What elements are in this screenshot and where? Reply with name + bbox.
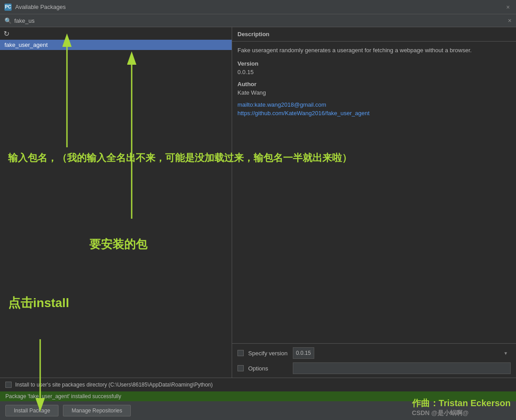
author-label: Author [237, 81, 511, 87]
left-panel: ↻ fake_user_agent [0, 27, 232, 378]
email-link[interactable]: mailto:kate.wang2018@gmail.com [237, 101, 511, 108]
search-bar: 🔍 × [0, 14, 516, 27]
package-list: fake_user_agent [0, 40, 232, 378]
github-link[interactable]: https://github.com/KateWang2016/fake_use… [237, 110, 511, 116]
package-item[interactable]: fake_user_agent [0, 40, 232, 50]
status-bar: Package 'fake_user_agent' installed succ… [0, 391, 516, 401]
options-row: Options [237, 362, 511, 374]
version-select-wrapper: 0.0.15 [293, 347, 511, 359]
version-value: 0.0.15 [237, 69, 511, 75]
dialog-title: Available Packages [15, 4, 66, 10]
options-checkbox[interactable] [237, 365, 244, 371]
version-section: Specify version 0.0.15 Options [232, 343, 516, 378]
bottom-buttons: Install Package Manage Repositories [0, 401, 516, 420]
install-dir-label: Install to user's site packages director… [15, 382, 213, 388]
options-label: Options [248, 365, 288, 372]
description-text: Fake useragent randomly generates a user… [237, 46, 511, 55]
author-value: Kate Wang [237, 89, 511, 96]
specify-version-checkbox[interactable] [237, 350, 244, 356]
specify-version-label: Specify version [248, 350, 288, 357]
title-bar: PC Available Packages × [0, 0, 516, 14]
description-content: Fake useragent randomly generates a user… [232, 42, 516, 343]
version-label: Version [237, 60, 511, 67]
title-bar-left: PC Available Packages [4, 4, 66, 11]
search-input[interactable] [14, 17, 505, 24]
refresh-button[interactable]: ↻ [0, 27, 232, 40]
pycharm-icon: PC [4, 4, 12, 11]
options-input[interactable] [293, 362, 511, 374]
install-package-button[interactable]: Install Package [5, 405, 58, 416]
search-clear-button[interactable]: × [508, 17, 512, 24]
install-options-row: Install to user's site packages director… [0, 378, 516, 391]
available-packages-dialog: PC Available Packages × 🔍 × ↻ fake_user_… [0, 0, 516, 420]
close-button[interactable]: × [504, 4, 512, 11]
version-select[interactable]: 0.0.15 [293, 347, 314, 359]
right-panel: Description Fake useragent randomly gene… [232, 27, 516, 378]
search-icon: 🔍 [4, 17, 12, 24]
status-message: Package 'fake_user_agent' installed succ… [5, 393, 121, 399]
specify-version-row: Specify version 0.0.15 [237, 347, 511, 359]
description-header: Description [232, 27, 516, 42]
manage-repositories-button[interactable]: Manage Repositories [63, 405, 130, 416]
content-area: ↻ fake_user_agent Description Fake usera… [0, 27, 516, 378]
install-site-checkbox[interactable] [5, 382, 12, 388]
